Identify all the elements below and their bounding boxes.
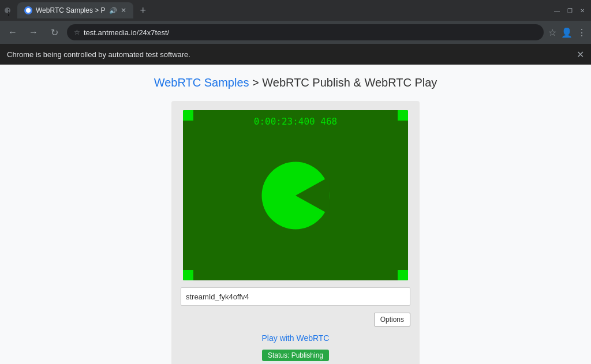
webrtc-samples-link[interactable]: WebRTC Samples [154,76,249,89]
minimize-button[interactable]: — [553,6,561,14]
pacman-animation [183,110,408,280]
refresh-button[interactable]: ↻ [46,24,62,40]
notification-close-button[interactable]: ✕ [577,49,584,60]
bookmark-icon[interactable]: ☆ [548,27,556,38]
corner-tl [183,110,193,121]
tab-audio-icon: 🔊 [109,7,117,14]
back-button[interactable]: ← [5,24,21,40]
restore-button[interactable]: ❐ [566,6,574,14]
main-card: 0:00:23:400 468 Options Play with WebRTC [171,101,420,364]
forward-button[interactable]: → [25,24,42,40]
close-button[interactable]: ✕ [578,6,586,14]
notification-text: Chrome is being controlled by automated … [7,50,190,59]
address-url[interactable]: test.antmedia.io/24x7test/ [84,28,169,37]
active-tab[interactable]: WebRTC Samples > P 🔊 ✕ [17,2,133,18]
options-row: Options [181,313,410,327]
address-security-icon: ☆ [74,28,80,36]
stream-id-input[interactable] [181,287,410,306]
page-title-rest: > WebRTC Publish & WebRTC Play [249,76,437,89]
tab-close-button[interactable]: ✕ [121,6,126,14]
chrome-menu-icon[interactable]: ⋮ [5,7,10,13]
tab-favicon [24,6,32,14]
profile-icon[interactable]: 👤 [561,27,573,38]
corner-bl [183,270,193,280]
play-with-webrtc-link[interactable]: Play with WebRTC [262,333,330,343]
tab-label: WebRTC Samples > P [36,6,106,14]
page-title: WebRTC Samples > WebRTC Publish & WebRTC… [154,76,437,89]
more-options-icon[interactable]: ⋮ [577,27,586,38]
corner-tr [398,110,408,121]
window-controls: — ❐ ✕ [553,6,586,14]
video-area: 0:00:23:400 468 [183,110,408,280]
automation-notification-bar: Chrome is being controlled by automated … [0,44,591,65]
svg-point-0 [26,8,31,13]
options-button[interactable]: Options [374,313,410,327]
video-timer: 0:00:23:400 468 [254,116,338,127]
page-content: WebRTC Samples > WebRTC Publish & WebRTC… [0,65,591,364]
corner-br [398,270,408,280]
address-bar[interactable]: ☆ test.antmedia.io/24x7test/ [67,24,544,40]
status-badge: Status: Publishing [262,350,329,361]
new-tab-button[interactable]: + [136,5,151,17]
